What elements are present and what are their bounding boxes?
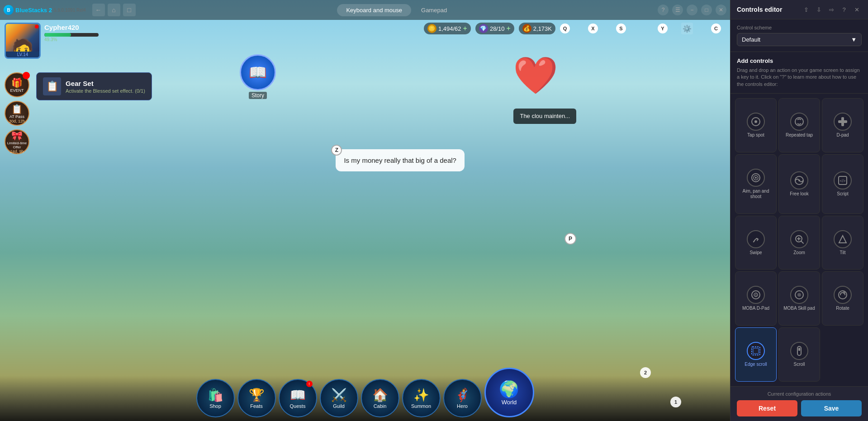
ctrl-moba-skill[interactable]: MOBA Skill pad [778, 271, 820, 326]
maximize-button[interactable]: □ [701, 5, 712, 15]
feats-label: Feats [250, 403, 263, 409]
home-button[interactable]: ⌂ [108, 4, 120, 16]
world-overlay-1: 1 [670, 397, 681, 407]
keybind-y: Y [658, 24, 668, 33]
free-look-icon [790, 171, 808, 189]
minimize-button[interactable]: − [687, 5, 697, 15]
close-button[interactable]: ✕ [716, 5, 726, 15]
ctrl-tap-spot[interactable]: Tap spot [735, 98, 777, 152]
game-area: B BlueStacks 2 5.9.0.1091 Rel4 ← ⌂ □ Key… [0, 0, 730, 421]
dialog-text: Is my money really that big of a deal? [344, 156, 456, 164]
dialog-box[interactable]: Z Is my money really that big of a deal? [336, 149, 464, 171]
hp-fill [44, 33, 71, 37]
ctrl-zoom[interactable]: Zoom [778, 216, 820, 270]
help-button[interactable]: ? [658, 5, 669, 15]
gems-icon: 💎 [479, 24, 488, 33]
moba-dpad-label: MOBA D-Pad [742, 306, 769, 311]
tab-keyboard-mouse[interactable]: Keyboard and mouse [337, 4, 411, 16]
event-button[interactable]: 🎁 EVENT [5, 72, 29, 97]
add-controls-section: Add controls Drag and drop an action on … [730, 52, 868, 94]
cabin-button[interactable]: 🏠 Cabin [361, 379, 399, 417]
tap-spot-icon [747, 113, 765, 131]
svg-marker-16 [839, 236, 846, 243]
world-label: World [502, 399, 517, 406]
upload-icon[interactable]: ⇧ [801, 5, 811, 14]
share-icon[interactable]: ⇩ [814, 5, 824, 14]
top-bar: B BlueStacks 2 5.9.0.1091 Rel4 ← ⌂ □ Key… [0, 0, 730, 20]
z-keybind: Z [331, 145, 342, 156]
ctrl-tilt[interactable]: Tilt [822, 216, 863, 270]
guild-button[interactable]: ⚔️ Guild [320, 379, 358, 417]
hero-button[interactable]: 🦸 Hero [443, 379, 482, 417]
feats-button[interactable]: 🏆 Feats [237, 379, 276, 417]
app-name: BlueStacks 2 [15, 7, 52, 14]
notification-dot [35, 25, 38, 28]
keybind-q: Q [560, 24, 570, 33]
quests-badge: ! [306, 381, 313, 387]
resource-currency: 💰 2,173K [519, 23, 555, 34]
coins-icon: 🪙 [427, 24, 436, 33]
scheme-section: Control scheme Default ▼ [730, 19, 868, 52]
hero-label: Hero [457, 403, 468, 409]
controls-footer: Current configuration actions Reset Save [730, 386, 868, 421]
rotate-label: Rotate [836, 306, 849, 311]
close-ctrl-icon[interactable]: ✕ [852, 5, 862, 14]
script-icon: </> [834, 171, 852, 189]
svg-point-21 [797, 293, 801, 297]
ctrl-aim-pan-shoot[interactable]: Aim, pan and shoot [735, 154, 777, 214]
avatar-box: 🧑 LV.14 [5, 23, 41, 59]
top-right-icons: ? ☰ − □ ✕ [658, 5, 726, 15]
event-label: EVENT [10, 88, 24, 93]
script-label: Script [837, 191, 849, 197]
svg-point-1 [754, 120, 757, 123]
limited-offer-button[interactable]: 🎀 Limited-time Offer 24d, 9h [5, 129, 29, 154]
world-overlay-2: 2 [640, 367, 651, 378]
level-badge: LV.14 [6, 52, 39, 57]
zoom-label: Zoom [793, 250, 805, 255]
gear-set-panel: 📋 Gear Set Activate the Blessed set effe… [36, 72, 152, 100]
repeated-tap-label: Repeated tap [786, 132, 813, 138]
settings-icon[interactable]: ⚙️ [681, 23, 693, 34]
ctrl-rotate[interactable]: Rotate [822, 271, 863, 326]
coins-plus[interactable]: + [463, 24, 467, 33]
add-controls-desc: Drag and drop an action on your game scr… [737, 67, 862, 88]
world-button[interactable]: 🌍 World [484, 368, 534, 417]
tab-gamepad[interactable]: Gamepad [412, 4, 456, 16]
player-info: 🧑 LV.14 Cypher420 49.3% [5, 23, 99, 59]
summon-button[interactable]: ✨ Summon [402, 379, 441, 417]
ctrl-edge-scroll[interactable]: Edge scroll [735, 327, 777, 382]
p-keybind: P [564, 233, 576, 245]
tilt-label: Tilt [840, 250, 846, 255]
ctrl-free-look[interactable]: Free look [778, 154, 820, 214]
rotate-icon [834, 286, 852, 304]
reset-button[interactable]: Reset [737, 400, 797, 416]
at-pass-button[interactable]: 📋 AT Pass 30d, 12h [5, 101, 29, 126]
ctrl-script[interactable]: </> Script [822, 154, 863, 214]
chevron-down-icon: ▼ [851, 36, 857, 43]
scheme-label: Control scheme [737, 25, 862, 30]
shop-button[interactable]: 🛍️ Shop [196, 379, 235, 417]
quests-button[interactable]: 📖 Quests ! [279, 379, 317, 417]
ctrl-moba-dpad[interactable]: 6 MOBA D-Pad [735, 271, 777, 326]
menu-button[interactable]: ☰ [672, 5, 683, 15]
svg-point-7 [755, 177, 757, 179]
ctrl-scroll[interactable]: Scroll [778, 327, 820, 382]
ctrl-swipe[interactable]: Swipe [735, 216, 777, 270]
ctrl-dpad[interactable]: D-pad [822, 98, 863, 152]
window-button[interactable]: □ [123, 4, 136, 16]
ctrl-repeated-tap[interactable]: Repeated tap [778, 98, 820, 152]
app-version: 5.9.0.1091 Rel4 [54, 8, 86, 13]
story-marker[interactable]: 📖 Story [240, 54, 276, 99]
currency-icon: 💰 [522, 24, 531, 33]
scheme-value: Default [742, 36, 760, 43]
zoom-icon [790, 230, 808, 248]
gems-plus[interactable]: + [506, 24, 510, 33]
svg-rect-4 [838, 120, 847, 123]
save-button[interactable]: Save [801, 400, 862, 416]
svg-text:6: 6 [755, 293, 757, 297]
help-ctrl-icon[interactable]: ? [839, 5, 849, 14]
scheme-select[interactable]: Default ▼ [737, 33, 862, 46]
moba-dpad-icon: 6 [747, 286, 765, 304]
import-icon[interactable]: ⇨ [826, 5, 836, 14]
back-button[interactable]: ← [92, 4, 105, 16]
